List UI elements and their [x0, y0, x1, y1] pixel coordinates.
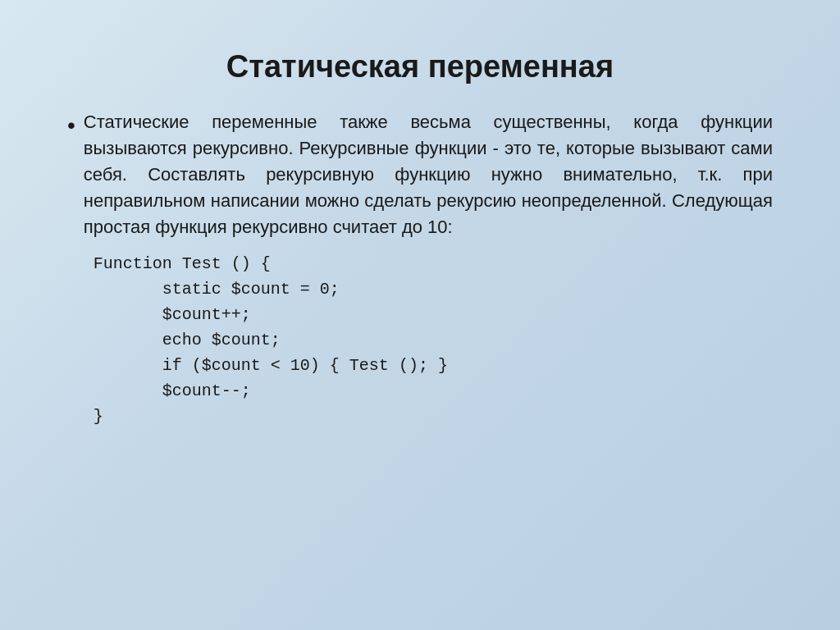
slide-title: Статическая переменная [67, 49, 773, 84]
slide-container: Статическая переменная • Статические пер… [26, 25, 814, 454]
code-example: Function Test () { static $count = 0; $c… [84, 251, 773, 429]
bullet-icon: • [67, 112, 75, 139]
text-block: Статические переменные также весьма суще… [84, 109, 773, 429]
main-paragraph: Статические переменные также весьма суще… [84, 109, 773, 240]
content-area: • Статические переменные также весьма су… [67, 109, 773, 429]
